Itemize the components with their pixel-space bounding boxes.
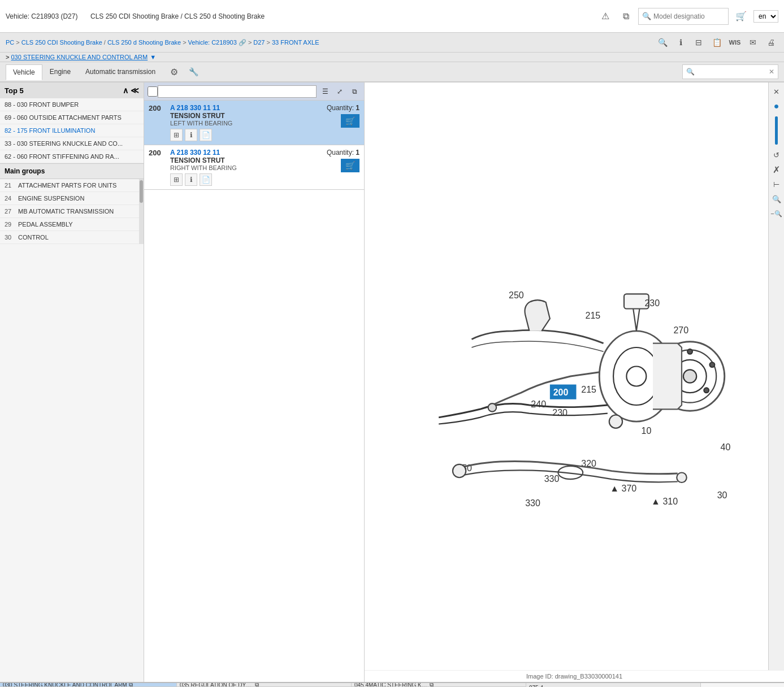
parts-select-all[interactable] — [148, 86, 158, 97]
cart-icon[interactable]: 🛒 — [733, 8, 749, 24]
scrollbar-thumb — [140, 180, 143, 203]
diagram-footer: Image ID: drawing_B33030000141 — [365, 670, 784, 682]
group-item-29[interactable]: 29 PEDAL ASSEMBLY — [0, 218, 139, 231]
diagram-panel: 250 230 215 270 200 215 240 230 10 40 — [365, 82, 784, 682]
part-item-0[interactable]: 200 A 218 330 11 11 TENSION STRUT LEFT W… — [144, 101, 364, 145]
group-label-27: MB AUTOMATIC TRANSMISSION — [18, 208, 135, 215]
breadcrumb-pc[interactable]: PC — [6, 39, 14, 46]
tab-search-input[interactable] — [696, 68, 769, 76]
part-table-icon-1[interactable]: ⊞ — [170, 173, 183, 186]
breadcrumb-steering-knuckle[interactable]: 030 STEERING KNUCKLE AND CONTROL ARM — [11, 54, 148, 60]
breadcrumb-dropdown[interactable]: ▼ — [150, 54, 156, 60]
zoom-out-btn[interactable]: −🔍 — [770, 207, 783, 220]
top5-item-0[interactable]: 88 - 030 FRONT BUMPER — [0, 98, 144, 111]
circle-btn[interactable]: ● — [770, 99, 783, 113]
copy-icon[interactable]: ⧉ — [618, 8, 634, 24]
model-info: CLS 250 CDI Shooting Brake / CLS 250 d S… — [90, 12, 597, 20]
wis-icon[interactable]: WIS — [727, 35, 742, 50]
group-num-24: 24 — [5, 195, 18, 202]
top5-item-3[interactable]: 33 - 030 STEERING KNUCKLE AND CO... — [0, 137, 144, 150]
email-icon[interactable]: ✉ — [746, 35, 760, 50]
svg-text:10: 10 — [642, 425, 652, 436]
group-num-27: 27 — [5, 208, 18, 215]
tab-engine[interactable]: Engine — [42, 64, 78, 80]
group-item-30[interactable]: 30 CONTROL — [0, 231, 139, 244]
close-diagram-btn[interactable]: ✕ — [770, 85, 783, 98]
svg-point-10 — [704, 388, 709, 393]
svg-text:250: 250 — [509, 290, 524, 300]
tab-search-clear[interactable]: ✕ — [769, 68, 774, 76]
fullscreen-icon[interactable]: ⧉ — [348, 85, 361, 98]
collapse-icon[interactable]: ∧ — [123, 86, 128, 95]
part-info-1: A 218 330 12 11 TENSION STRUT RIGHT WITH… — [170, 149, 322, 186]
top5-title: Top 5 — [5, 86, 24, 95]
breadcrumb-frontaxle[interactable]: 33 FRONT AXLE — [272, 39, 319, 46]
breadcrumb-d27[interactable]: D27 — [253, 39, 265, 46]
svg-text:230: 230 — [644, 298, 660, 308]
parts-list: 200 A 218 330 11 11 TENSION STRUT LEFT W… — [144, 101, 364, 682]
group-num-21: 21 — [5, 182, 18, 189]
model-search-input[interactable] — [653, 12, 725, 20]
expand-icon[interactable]: ⤢ — [333, 85, 346, 98]
thumb-link-icon-0[interactable]: ⧉ — [129, 683, 133, 687]
cross-btn[interactable]: ✗ — [770, 163, 783, 176]
svg-text:40: 40 — [720, 442, 730, 452]
svg-text:30: 30 — [717, 490, 727, 500]
group-label-24: ENGINE SUSPENSION — [18, 195, 135, 202]
svg-text:▲ 370: ▲ 370 — [610, 483, 636, 493]
part-doc-icon-1[interactable]: 📄 — [200, 173, 212, 186]
add-to-cart-0[interactable]: 🛒 — [341, 114, 359, 128]
part-info-icon-0[interactable]: ℹ — [185, 129, 197, 141]
document-icon[interactable]: 📋 — [709, 35, 724, 50]
parts-search-input[interactable] — [158, 85, 317, 98]
info-icon[interactable]: ℹ — [673, 35, 688, 50]
add-to-cart-1[interactable]: 🛒 — [341, 159, 359, 172]
vehicle-info: Vehicle: C218903 (D27) — [6, 12, 79, 20]
sidebar: Top 5 ∧ ≪ 88 - 030 FRONT BUMPER 69 - 060… — [0, 82, 144, 682]
svg-text:330: 330 — [525, 498, 540, 508]
part-qty-0: Quantity: 1 🛒 — [327, 104, 359, 128]
scrollbar[interactable] — [139, 179, 144, 244]
list-view-icon[interactable]: ☰ — [319, 85, 331, 98]
warning-icon[interactable]: ⚠ — [597, 8, 613, 24]
group-item-24[interactable]: 24 ENGINE SUSPENSION — [0, 192, 139, 205]
breadcrumb-vehicle[interactable]: Vehicle: C218903 🔗 — [188, 39, 246, 46]
tab-vehicle[interactable]: Vehicle — [6, 64, 42, 80]
thumb-link-icon-1[interactable]: ⧉ — [255, 683, 259, 687]
breadcrumb-cls250d[interactable]: CLS 250 d Shooting Brake — [107, 39, 181, 46]
part-info-icon-1[interactable]: ℹ — [185, 173, 197, 186]
svg-point-34 — [453, 464, 466, 477]
part-table-icon-0[interactable]: ⊞ — [170, 129, 183, 141]
zoom-in-icon[interactable]: 🔍 — [655, 35, 670, 50]
filter-icon[interactable]: ⊟ — [691, 35, 706, 50]
tab-automatic-transmission[interactable]: Automatic transmission — [78, 64, 163, 80]
group-num-30: 30 — [5, 234, 18, 241]
settings-icon[interactable]: ⚙ — [166, 64, 182, 80]
part-code-1: A 218 330 12 11 — [170, 149, 322, 156]
header: Vehicle: C218903 (D27) CLS 250 CDI Shoot… — [0, 0, 784, 33]
part-doc-icon-0[interactable]: 📄 — [200, 129, 212, 141]
top5-item-2[interactable]: 82 - 175 FRONT ILLUMINATION — [0, 124, 144, 137]
parts-panel: ☰ ⤢ ⧉ 200 A 218 330 11 11 TENSION STRUT … — [144, 82, 365, 682]
close-icon[interactable]: ≪ — [131, 86, 139, 95]
diagram-right-tools: ✕ ● ↺ ✗ ⊢ 🔍 −🔍 — [768, 82, 784, 670]
top5-item-1[interactable]: 69 - 060 OUTSIDE ATTACHMENT PARTS — [0, 111, 144, 124]
group-item-27[interactable]: 27 MB AUTOMATIC TRANSMISSION — [0, 205, 139, 218]
part-item-1[interactable]: 200 A 218 330 12 11 TENSION STRUT RIGHT … — [144, 145, 364, 190]
measure-btn[interactable]: ⊢ — [770, 177, 783, 191]
wrench-icon[interactable]: 🔧 — [185, 64, 201, 80]
thumb-link-icon-2[interactable]: ⧉ — [430, 683, 434, 687]
svg-point-35 — [677, 472, 686, 482]
breadcrumb-sub: > 030 STEERING KNUCKLE AND CONTROL ARM ▼ — [0, 53, 784, 62]
breadcrumb-cls250cdi[interactable]: CLS 250 CDI Shooting Brake — [21, 39, 102, 46]
print-icon[interactable]: 🖨 — [764, 35, 778, 50]
part-actions-0: ⊞ ℹ 📄 — [170, 129, 322, 141]
part-name-1: TENSION STRUT — [170, 156, 322, 164]
top5-item-4[interactable]: 62 - 060 FRONT STIFFENING AND RA... — [0, 150, 144, 163]
zoom-in-btn[interactable]: 🔍 — [770, 192, 783, 206]
refresh-btn[interactable]: ↺ — [770, 148, 783, 162]
part-row-1: 200 A 218 330 12 11 TENSION STRUT RIGHT … — [149, 149, 359, 186]
language-select[interactable]: en de fr — [753, 10, 778, 23]
group-item-21[interactable]: 21 ATTACHMENT PARTS FOR UNITS — [0, 179, 139, 192]
svg-text:230: 230 — [552, 407, 568, 418]
